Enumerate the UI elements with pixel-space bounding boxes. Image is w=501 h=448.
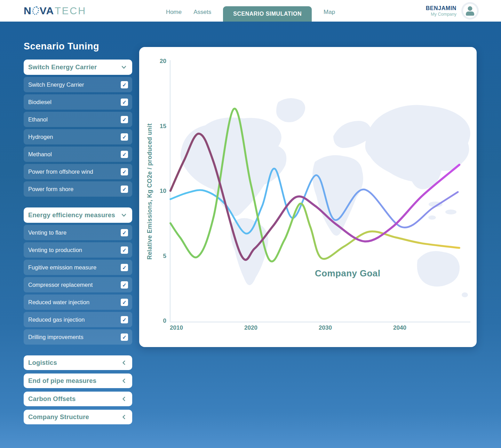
- y-tick-20: 20: [160, 58, 166, 64]
- checkmark-icon: ✓: [122, 186, 127, 191]
- chevron-left-icon: [120, 377, 127, 384]
- user-company: My Company: [426, 12, 456, 17]
- sidebar-item-methanol[interactable]: Methanol✓: [24, 147, 132, 162]
- item-label: Methanol: [28, 151, 52, 158]
- section-energy-efficiency-measures: Energy efficiency measuresVenting to fla…: [24, 207, 132, 345]
- sidebar-item-power-form-shore[interactable]: Power form shore✓: [24, 181, 132, 197]
- checkbox[interactable]: ✓: [121, 81, 128, 88]
- item-label: Fugitive emission measure: [28, 264, 96, 271]
- checkbox[interactable]: ✓: [121, 116, 128, 123]
- chevron-left-icon: [120, 414, 127, 421]
- checkbox[interactable]: ✓: [121, 299, 128, 306]
- nav-scenario-simulation[interactable]: SCENARIO SIMULATION: [223, 6, 312, 22]
- checkbox[interactable]: ✓: [121, 333, 128, 341]
- section-header-carbon-offsets[interactable]: Carbon Offsets: [24, 392, 132, 406]
- chevron-down-icon: [120, 64, 127, 71]
- main-nav: HomeAssetsSCENARIO SIMULATIONMap: [153, 0, 348, 22]
- checkmark-icon: ✓: [122, 247, 127, 252]
- section-header-switch-energy-carrier[interactable]: Switch Energy Carrier: [24, 60, 132, 75]
- section-label: Company Structure: [28, 413, 89, 421]
- item-label: Switch Energy Carrier: [28, 81, 84, 88]
- section-switch-energy-carrier: Switch Energy CarrierSwitch Energy Carri…: [24, 60, 132, 197]
- checkbox[interactable]: ✓: [121, 229, 128, 236]
- section-header-company-structure[interactable]: Company Structure: [24, 410, 132, 424]
- item-label: Biodiesel: [28, 99, 51, 105]
- user-name: BENJAMIN: [426, 5, 456, 11]
- user-menu[interactable]: BENJAMIN My Company: [426, 0, 477, 22]
- section-label: End of pipe measures: [28, 377, 96, 385]
- section-logistics: Logistics: [24, 355, 132, 370]
- checkmark-icon: ✓: [122, 134, 127, 139]
- x-tick-2020: 2020: [244, 324, 257, 331]
- checkmark-icon: ✓: [122, 282, 127, 287]
- y-tick-15: 15: [160, 123, 166, 129]
- checkmark-icon: ✓: [122, 265, 127, 270]
- section-label: Logistics: [28, 359, 57, 367]
- checkbox[interactable]: ✓: [121, 246, 128, 254]
- nav-map[interactable]: Map: [324, 9, 335, 22]
- checkmark-icon: ✓: [122, 317, 127, 322]
- item-label: Drilling improvements: [28, 334, 84, 340]
- checkbox[interactable]: ✓: [121, 281, 128, 289]
- section-header-end-of-pipe-measures[interactable]: End of pipe measures: [24, 374, 132, 388]
- x-tick-2030: 2030: [319, 324, 332, 331]
- item-label: Venting to production: [28, 247, 82, 253]
- logo-text-n: N: [24, 5, 32, 17]
- item-label: Power form shore: [28, 186, 73, 192]
- emissions-chart: 051015202010202020302040 Relative Emissi…: [139, 47, 477, 347]
- checkbox[interactable]: ✓: [121, 151, 128, 158]
- section-end-of-pipe-measures: End of pipe measures: [24, 374, 132, 388]
- checkbox[interactable]: ✓: [121, 99, 128, 106]
- nav-assets[interactable]: Assets: [193, 9, 211, 22]
- sidebar-item-venting-to-flare[interactable]: Venting to flare✓: [24, 225, 132, 240]
- logo-text-tech: TECH: [55, 5, 86, 17]
- sidebar-item-power-from-offshore-wind[interactable]: Power from offshore wind✓: [24, 164, 132, 179]
- user-text: BENJAMIN My Company: [426, 5, 456, 17]
- sidebar-item-switch-energy-carrier[interactable]: Switch Energy Carrier✓: [24, 77, 132, 92]
- app-header: N VA TECH HomeAssetsSCENARIO SIMULATIONM…: [0, 0, 501, 22]
- section-label: Energy efficiency measures: [28, 211, 115, 219]
- section-label: Switch Energy Carrier: [28, 63, 97, 71]
- checkbox[interactable]: ✓: [121, 264, 128, 271]
- y-tick-0: 0: [163, 317, 166, 324]
- checkmark-icon: ✓: [122, 99, 127, 104]
- sidebar-item-compressor-replacement[interactable]: Compressor replacement✓: [24, 277, 132, 292]
- sidebar-item-drilling-improvements[interactable]: Drilling improvements✓: [24, 329, 132, 345]
- chevron-down-icon: [120, 212, 127, 219]
- sidebar-item-hydrogen[interactable]: Hydrogen✓: [24, 129, 132, 144]
- section-header-logistics[interactable]: Logistics: [24, 355, 132, 370]
- checkbox[interactable]: ✓: [121, 186, 128, 193]
- checkmark-icon: ✓: [122, 230, 127, 235]
- novatech-logo[interactable]: N VA TECH: [24, 0, 86, 22]
- sidebar: Scenario Tuning Switch Energy CarrierSwi…: [24, 41, 132, 428]
- chevron-left-icon: [120, 359, 127, 366]
- y-tick-10: 10: [160, 188, 166, 194]
- avatar[interactable]: [463, 4, 477, 18]
- item-label: Hydrogen: [28, 134, 53, 140]
- item-label: Ethanol: [28, 116, 48, 123]
- sidebar-item-biodiesel[interactable]: Biodiesel✓: [24, 94, 132, 110]
- checkbox[interactable]: ✓: [121, 133, 128, 141]
- checkmark-icon: ✓: [122, 169, 127, 174]
- item-label: Reduced water injection: [28, 299, 89, 306]
- checkbox[interactable]: ✓: [121, 316, 128, 323]
- logo-dotted-o-icon: [31, 6, 40, 16]
- sidebar-item-ethanol[interactable]: Ethanol✓: [24, 112, 132, 127]
- y-axis-label: Relative Emissions, Kg CO2e / produced u…: [146, 123, 153, 260]
- y-tick-5: 5: [163, 253, 166, 259]
- person-icon-body: [466, 11, 474, 16]
- checkmark-icon: ✓: [122, 117, 127, 122]
- item-label: Reduced gas injection: [28, 316, 85, 323]
- sidebar-item-fugitive-emission-measure[interactable]: Fugitive emission measure✓: [24, 260, 132, 275]
- nav-home[interactable]: Home: [166, 9, 182, 22]
- checkmark-icon: ✓: [122, 334, 127, 339]
- checkbox[interactable]: ✓: [121, 168, 128, 175]
- sidebar-item-reduced-water-injection[interactable]: Reduced water injection✓: [24, 294, 132, 310]
- sidebar-item-reduced-gas-injection[interactable]: Reduced gas injection✓: [24, 312, 132, 327]
- x-tick-2010: 2010: [170, 324, 183, 331]
- section-header-energy-efficiency-measures[interactable]: Energy efficiency measures: [24, 207, 132, 223]
- sidebar-item-venting-to-production[interactable]: Venting to production✓: [24, 242, 132, 258]
- chart-card: 051015202010202020302040 Relative Emissi…: [139, 47, 477, 347]
- item-label: Compressor replacement: [28, 282, 93, 288]
- chevron-left-icon: [120, 395, 127, 402]
